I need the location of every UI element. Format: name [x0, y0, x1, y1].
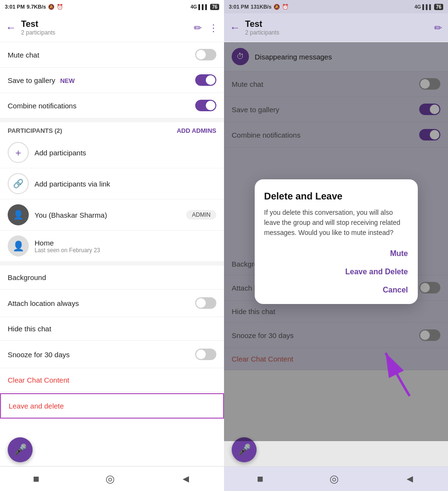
add-via-link-row[interactable]: 🔗 Add participants via link: [0, 168, 224, 199]
snooze-toggle[interactable]: [195, 349, 216, 360]
back-button-left[interactable]: ←: [6, 22, 16, 34]
you-info: You (Bhaskar Sharma): [35, 211, 180, 219]
back-button-right[interactable]: ←: [230, 22, 240, 34]
combine-notifs-row[interactable]: Combine notifications: [0, 93, 224, 118]
participants-title: PARTICIPANTS (2): [8, 127, 177, 134]
mic-fab-left[interactable]: 🎤: [8, 437, 33, 462]
modal-title: Delete and Leave: [264, 191, 408, 202]
header-title-left: Test: [21, 19, 189, 29]
divider-2: [0, 262, 224, 266]
combine-notifs-label: Combine notifications: [8, 102, 195, 110]
snooze-label: Snooze for 30 days: [8, 351, 195, 359]
edit-icon-left[interactable]: ✏: [194, 22, 202, 34]
arrow-annotation: [371, 343, 419, 403]
add-participants-info: Add participants: [35, 149, 216, 157]
snooze-row[interactable]: Snooze for 30 days: [0, 341, 224, 368]
mute-chat-toggle[interactable]: [195, 49, 216, 60]
time-right: 3:01 PM: [229, 4, 249, 10]
bottom-nav-right: ■ ◎ ◄: [224, 466, 448, 491]
header-title-right: Test: [245, 19, 429, 29]
hide-chat-row[interactable]: Hide this chat: [0, 317, 224, 341]
content-left: Mute chat Save to gallery NEW Combine no…: [0, 42, 224, 466]
status-bar-right: 3:01 PM 131KB/s 🔕 ⏰ 4G ▌▌▌ 76: [224, 0, 448, 13]
battery-left: 76: [210, 4, 219, 10]
home-row[interactable]: 👤 Home Last seen on February 23: [0, 231, 224, 262]
more-icon-left[interactable]: ⋮: [209, 22, 218, 34]
network-right: 4G: [414, 4, 421, 10]
combine-notifs-toggle[interactable]: [195, 100, 216, 111]
right-phone-panel: 3:01 PM 131KB/s 🔕 ⏰ 4G ▌▌▌ 76 ← Test 2 p…: [224, 0, 448, 491]
status-bar-left: 3:01 PM 9.7KB/s 🔕 ⏰ 4G ▌▌▌ 76: [0, 0, 224, 13]
mute-icon-right: 🔕: [273, 4, 280, 10]
left-phone-panel: 3:01 PM 9.7KB/s 🔕 ⏰ 4G ▌▌▌ 76 ← Test 2 p…: [0, 0, 224, 491]
admin-badge: ADMIN: [186, 210, 216, 220]
hide-chat-label: Hide this chat: [8, 325, 216, 333]
add-via-link-info: Add participants via link: [35, 180, 216, 188]
you-row[interactable]: 👤 You (Bhaskar Sharma) ADMIN: [0, 199, 224, 231]
top-header-left: ← Test 2 participants ✏ ⋮: [0, 13, 224, 42]
home-info: Home Last seen on February 23: [35, 239, 216, 254]
link-icon: 🔗: [8, 173, 29, 194]
delete-leave-modal: Delete and Leave If you delete this conv…: [255, 179, 418, 304]
nav-back-right[interactable]: ◄: [404, 473, 415, 485]
data-speed-right: 131KB/s: [251, 4, 271, 10]
attach-location-label: Attach location always: [8, 299, 195, 307]
new-badge: NEW: [60, 77, 74, 84]
leave-delete-row[interactable]: Leave and delete: [0, 393, 224, 419]
add-via-link-label: Add participants via link: [35, 180, 216, 188]
mic-icon-right: 🎤: [238, 444, 251, 456]
clear-chat-label: Clear Chat Content: [8, 376, 216, 384]
edit-icon-right[interactable]: ✏: [434, 22, 442, 34]
clear-chat-row[interactable]: Clear Chat Content: [0, 368, 224, 392]
data-speed-left: 9.7KB/s: [27, 4, 46, 10]
arrow-svg: [371, 343, 419, 401]
add-admins-button[interactable]: ADD ADMINS: [177, 127, 216, 134]
signal-bars-left: ▌▌▌: [199, 4, 209, 10]
attach-location-toggle[interactable]: [195, 297, 216, 309]
nav-square-right[interactable]: ■: [257, 473, 263, 485]
bottom-nav-left: ■ ◎ ◄: [0, 466, 224, 491]
background-label: Background: [8, 273, 216, 281]
nav-circle-right[interactable]: ◎: [330, 473, 339, 485]
background-row[interactable]: Background: [0, 266, 224, 290]
header-subtitle-left: 2 participants: [21, 29, 189, 36]
home-lastseen: Last seen on February 23: [35, 247, 216, 254]
header-title-block-right: Test 2 participants: [245, 19, 429, 36]
top-header-right: ← Test 2 participants ✏: [224, 13, 448, 42]
mute-chat-row[interactable]: Mute chat: [0, 42, 224, 68]
leave-delete-button[interactable]: Leave and Delete: [345, 266, 408, 278]
alarm-icon-right: ⏰: [282, 4, 289, 10]
you-avatar: 👤: [8, 204, 29, 225]
cancel-button[interactable]: Cancel: [383, 284, 408, 296]
header-subtitle-right: 2 participants: [245, 29, 429, 36]
divider-1: [0, 118, 224, 122]
mute-chat-label: Mute chat: [8, 51, 195, 59]
header-title-block-left: Test 2 participants: [21, 19, 189, 36]
network-left: 4G: [190, 4, 197, 10]
home-name: Home: [35, 239, 216, 247]
modal-body: If you delete this conversation, you wil…: [264, 208, 408, 238]
alarm-icon: ⏰: [57, 4, 63, 10]
leave-delete-label: Leave and delete: [9, 402, 215, 410]
save-gallery-toggle[interactable]: [195, 74, 216, 86]
participants-header: PARTICIPANTS (2) ADD ADMINS: [0, 122, 224, 137]
mute-icon: 🔕: [48, 4, 55, 10]
header-icons-left: ✏ ⋮: [194, 22, 218, 34]
attach-location-row[interactable]: Attach location always: [0, 290, 224, 317]
home-avatar: 👤: [8, 235, 29, 257]
nav-circle-left[interactable]: ◎: [106, 473, 115, 485]
nav-back-left[interactable]: ◄: [180, 473, 191, 485]
save-gallery-label: Save to gallery NEW: [8, 76, 195, 84]
mute-button[interactable]: Mute: [390, 247, 408, 260]
modal-actions: Mute Leave and Delete Cancel: [264, 247, 408, 296]
right-content: ⏱ Disappearing messages Mute chat Save t…: [224, 42, 448, 466]
battery-right: 76: [434, 4, 443, 10]
add-participants-row[interactable]: ＋ Add participants: [0, 137, 224, 168]
nav-square-left[interactable]: ■: [33, 473, 39, 485]
save-gallery-row[interactable]: Save to gallery NEW: [0, 68, 224, 93]
time-left: 3:01 PM: [5, 4, 25, 10]
add-participants-label: Add participants: [35, 149, 216, 157]
add-participants-icon: ＋: [8, 142, 29, 163]
mic-icon-left: 🎤: [14, 444, 27, 456]
header-icons-right: ✏: [434, 22, 442, 34]
